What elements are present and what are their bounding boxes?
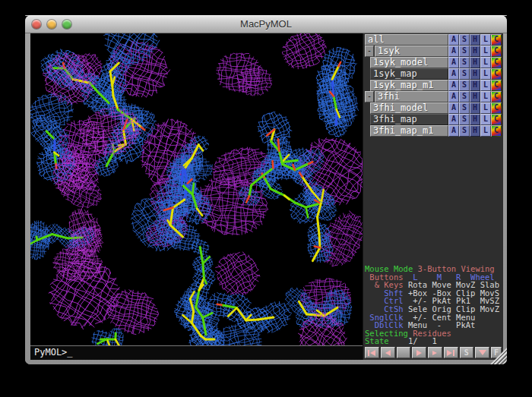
l-button-1syk[interactable]: L: [480, 46, 491, 57]
menu-button-icon: [479, 350, 486, 355]
s-button-3fhi_map[interactable]: S: [459, 114, 470, 125]
object-name-1syk_map_m1[interactable]: 1syk_map_m1: [370, 80, 448, 91]
window-title: MacPyMOL: [25, 15, 507, 33]
fullscreen-button-label: F: [494, 348, 499, 357]
s-button-1syk_map_m1[interactable]: S: [459, 80, 470, 91]
h-button-3fhi_map[interactable]: H: [470, 114, 480, 125]
skip-end-button-icon: [453, 350, 454, 356]
molecule-render-canvas[interactable]: [30, 33, 363, 345]
a-button-1syk_map[interactable]: A: [448, 68, 459, 80]
playback-controls: SF: [363, 345, 503, 360]
l-button-3fhi_model[interactable]: L: [480, 102, 491, 114]
macpymol-window: MacPyMOL PyMOL>_ allASHLC-1sykASHLC1syk_…: [25, 15, 507, 364]
stop-button[interactable]: [397, 347, 411, 358]
object-row: 3fhi_mapASHLC: [363, 114, 503, 125]
indent-spacer: [365, 68, 370, 80]
skip-start-button[interactable]: [365, 347, 379, 358]
mouse-help-line[interactable]: State 1/ 1: [365, 337, 503, 345]
step-forward-button-icon: [432, 351, 437, 355]
c-button-1syk_map[interactable]: C: [491, 68, 502, 80]
mouse-help-text: 1/ 1: [394, 336, 437, 345]
mouse-help-text: State: [365, 336, 394, 345]
s-button-3fhi_model[interactable]: S: [459, 102, 470, 114]
object-name-1syk_model[interactable]: 1syk_model: [370, 57, 448, 68]
c-button-1syk_model[interactable]: C: [491, 57, 502, 68]
a-button-1syk_model[interactable]: A: [448, 57, 459, 68]
a-button-all[interactable]: A: [448, 34, 459, 46]
c-button-3fhi_model[interactable]: C: [491, 102, 502, 114]
a-button-3fhi_map_m1[interactable]: A: [448, 125, 459, 137]
a-button-1syk_map_m1[interactable]: A: [448, 80, 459, 91]
l-button-1syk_model[interactable]: L: [480, 57, 491, 68]
object-name-3fhi_map_m1[interactable]: 3fhi_map_m1: [370, 125, 448, 137]
s-button[interactable]: S: [460, 347, 474, 358]
h-button-1syk_map[interactable]: H: [470, 68, 480, 80]
play-button[interactable]: [412, 347, 426, 358]
skip-end-button[interactable]: [444, 347, 458, 358]
menu-button[interactable]: [475, 347, 489, 358]
c-button-all[interactable]: C: [491, 34, 502, 46]
step-back-button[interactable]: [381, 347, 395, 358]
a-button-3fhi[interactable]: A: [448, 91, 459, 102]
s-button-3fhi[interactable]: S: [459, 91, 470, 102]
h-button-1syk_model[interactable]: H: [470, 57, 480, 68]
c-button-3fhi_map_m1[interactable]: C: [491, 125, 502, 137]
h-button-3fhi_model[interactable]: H: [470, 102, 480, 114]
object-row: 1syk_modelASHLC: [363, 57, 503, 68]
a-button-1syk[interactable]: A: [448, 46, 459, 57]
l-button-all[interactable]: L: [480, 34, 491, 46]
object-row: -1sykASHLC: [363, 46, 503, 57]
window-content: PyMOL>_ allASHLC-1sykASHLC1syk_modelASHL…: [25, 33, 507, 364]
indent-spacer: [365, 80, 370, 91]
mouse-help-panel: Mouse Mode 3-Button Viewing Buttons L M …: [363, 265, 503, 345]
expander-toggle-3fhi[interactable]: -: [365, 91, 374, 102]
a-button-3fhi_model[interactable]: A: [448, 102, 459, 114]
s-button-1syk_map[interactable]: S: [459, 68, 470, 80]
l-button-3fhi_map_m1[interactable]: L: [480, 125, 491, 137]
s-button-all[interactable]: S: [459, 34, 470, 46]
indent-spacer: [365, 125, 370, 137]
object-name-3fhi[interactable]: 3fhi: [375, 91, 448, 102]
l-button-3fhi[interactable]: L: [480, 91, 491, 102]
indent-spacer: [365, 57, 370, 68]
object-row: 3fhi_modelASHLC: [363, 102, 503, 114]
expander-toggle-1syk[interactable]: -: [365, 46, 374, 57]
s-button-label: S: [464, 348, 469, 357]
h-button-1syk[interactable]: H: [470, 46, 480, 57]
s-button-1syk[interactable]: S: [459, 46, 470, 57]
sidebar-spacer: [363, 137, 503, 265]
skip-start-button-icon: [368, 350, 369, 356]
viewport-3d[interactable]: [30, 33, 363, 345]
command-prompt: PyMOL>: [34, 347, 67, 358]
h-button-1syk_map_m1[interactable]: H: [470, 80, 480, 91]
object-name-1syk_map[interactable]: 1syk_map: [370, 68, 448, 80]
c-button-1syk[interactable]: C: [491, 46, 502, 57]
l-button-1syk_map_m1[interactable]: L: [480, 80, 491, 91]
h-button-all[interactable]: H: [470, 34, 480, 46]
object-name-3fhi_model[interactable]: 3fhi_model: [370, 102, 448, 114]
object-name-all[interactable]: all: [365, 34, 448, 46]
command-line[interactable]: PyMOL>_: [30, 345, 363, 360]
skip-start-button-icon: [370, 350, 375, 356]
h-button-3fhi_map_m1[interactable]: H: [470, 125, 480, 137]
skip-end-button-icon: [447, 350, 452, 356]
s-button-1syk_model[interactable]: S: [459, 57, 470, 68]
object-row: 1syk_mapASHLC: [363, 68, 503, 80]
s-button-3fhi_map_m1[interactable]: S: [459, 125, 470, 137]
c-button-3fhi_map[interactable]: C: [491, 114, 502, 125]
h-button-3fhi[interactable]: H: [470, 91, 480, 102]
l-button-3fhi_map[interactable]: L: [480, 114, 491, 125]
object-list: allASHLC-1sykASHLC1syk_modelASHLC1syk_ma…: [363, 34, 503, 137]
a-button-3fhi_map[interactable]: A: [448, 114, 459, 125]
indent-spacer: [365, 102, 370, 114]
step-forward-button[interactable]: [428, 347, 442, 358]
l-button-1syk_map[interactable]: L: [480, 68, 491, 80]
object-row: -3fhiASHLC: [363, 91, 503, 102]
object-name-1syk[interactable]: 1syk: [375, 46, 448, 57]
object-row: allASHLC: [363, 34, 503, 46]
screen: MacPyMOL PyMOL>_ allASHLC-1sykASHLC1syk_…: [0, 0, 532, 397]
c-button-3fhi[interactable]: C: [491, 91, 502, 102]
c-button-1syk_map_m1[interactable]: C: [491, 80, 502, 91]
object-name-3fhi_map[interactable]: 3fhi_map: [370, 114, 448, 125]
titlebar[interactable]: MacPyMOL: [25, 15, 507, 33]
